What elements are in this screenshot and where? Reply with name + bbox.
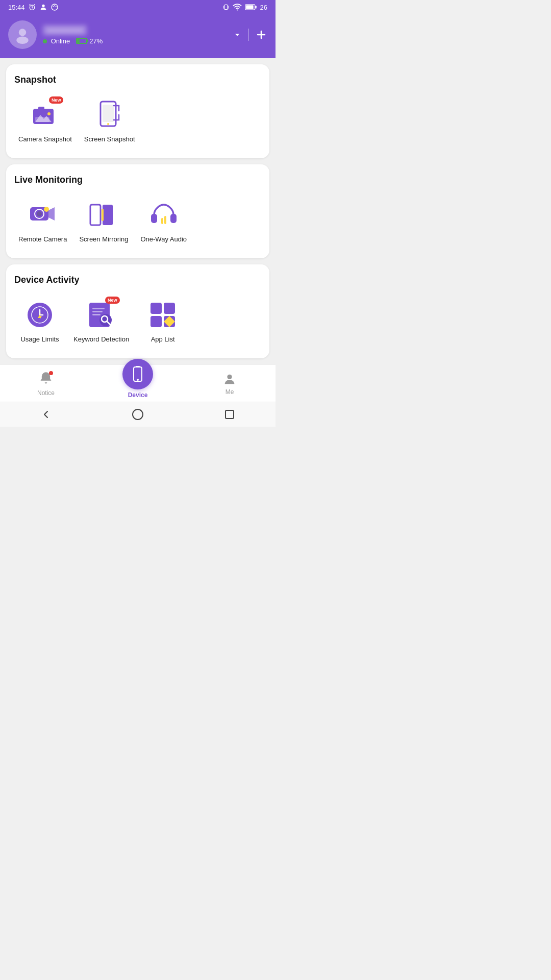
keyword-detection-icon-wrap: New — [86, 300, 117, 330]
screen-snapshot-label: Screen Snapshot — [84, 135, 135, 144]
live-monitoring-grid: Remote Camera Screen Mirroring — [14, 195, 261, 248]
recents-button[interactable] — [223, 408, 236, 421]
remote-camera-icon — [28, 202, 58, 228]
svg-point-1 — [42, 5, 44, 7]
home-icon — [132, 408, 144, 421]
camera-snapshot-icon-wrap: New — [30, 100, 60, 130]
add-device-icon[interactable] — [255, 29, 267, 41]
svg-rect-42 — [164, 303, 175, 314]
nav-notice-label: Notice — [37, 389, 55, 397]
svg-point-23 — [37, 211, 42, 216]
svg-rect-17 — [38, 107, 44, 110]
camera-snapshot-icon — [31, 103, 59, 127]
nav-me[interactable]: Me — [184, 372, 276, 396]
person-nav-icon — [222, 372, 237, 386]
battery-box — [76, 38, 87, 44]
notice-icon-container — [39, 371, 53, 387]
screen-mirroring-label: Screen Mirroring — [79, 235, 128, 244]
live-monitoring-title: Live Monitoring — [14, 175, 261, 185]
wifi-icon — [233, 4, 242, 11]
battery-label: 27% — [89, 37, 103, 45]
live-monitoring-card: Live Monitoring — [6, 164, 269, 258]
svg-point-48 — [227, 374, 232, 379]
svg-marker-25 — [48, 207, 55, 220]
nav-device-circle — [122, 359, 153, 389]
header-status: Online 27% — [43, 37, 226, 45]
back-button[interactable] — [40, 408, 52, 421]
usage-limits-label: Usage Limits — [20, 335, 59, 344]
device-activity-title: Device Activity — [14, 275, 261, 285]
screen-snapshot-item[interactable]: Screen Snapshot — [80, 95, 139, 148]
svg-point-7 — [236, 10, 237, 11]
one-way-audio-item[interactable]: One-Way Audio — [136, 195, 191, 248]
avatar — [8, 20, 37, 49]
snapshot-title: Snapshot — [14, 75, 261, 85]
alarm-icon — [28, 3, 36, 11]
svg-rect-43 — [151, 316, 162, 327]
svg-rect-6 — [224, 5, 228, 9]
nav-device-label: Device — [128, 391, 148, 399]
status-left: 15:44 — [8, 3, 59, 11]
status-right: 26 — [222, 3, 267, 11]
svg-point-20 — [107, 123, 109, 125]
keyword-detection-icon — [87, 301, 116, 329]
svg-rect-47 — [136, 366, 140, 367]
keyword-detection-new-badge: New — [105, 297, 120, 304]
svg-point-12 — [16, 37, 28, 44]
keyword-detection-item[interactable]: New Keyword Detection — [69, 296, 133, 348]
one-way-audio-icon-wrap — [148, 200, 179, 230]
svg-rect-37 — [92, 311, 103, 312]
header-divider — [248, 29, 249, 41]
svg-rect-31 — [161, 218, 163, 224]
svg-rect-38 — [92, 314, 101, 315]
battery-percent: 26 — [260, 4, 267, 11]
app-list-item[interactable]: App List — [137, 296, 188, 348]
svg-point-2 — [52, 4, 58, 10]
one-way-audio-icon — [149, 202, 179, 228]
svg-point-16 — [47, 112, 51, 115]
online-indicator: Online — [43, 37, 70, 45]
notice-notification-dot — [49, 371, 53, 375]
svg-rect-29 — [151, 214, 157, 223]
usage-limits-icon — [26, 301, 54, 329]
camera-snapshot-item[interactable]: New Camera Snapshot — [14, 95, 76, 148]
nav-notice[interactable]: Notice — [0, 371, 92, 397]
svg-rect-9 — [246, 5, 254, 9]
snapshot-grid: New Camera Snapshot — [14, 95, 261, 148]
svg-rect-41 — [151, 303, 162, 314]
battery-fill — [77, 39, 80, 43]
device-activity-grid: Usage Limits New — [14, 296, 261, 348]
vibrate-icon — [222, 3, 230, 11]
palette-icon — [51, 3, 59, 11]
main-content: Snapshot New — [0, 58, 276, 364]
screen-snapshot-icon — [97, 101, 122, 129]
dropdown-icon[interactable] — [232, 30, 242, 40]
remote-camera-item[interactable]: Remote Camera — [14, 195, 71, 248]
usage-limits-item[interactable]: Usage Limits — [14, 296, 65, 348]
svg-point-11 — [19, 29, 26, 36]
camera-snapshot-label: Camera Snapshot — [18, 135, 72, 144]
system-nav — [0, 402, 276, 427]
svg-point-24 — [44, 207, 49, 212]
remote-camera-label: Remote Camera — [18, 235, 67, 244]
battery-indicator: 27% — [76, 37, 103, 45]
nav-me-label: Me — [226, 388, 234, 396]
screen-mirroring-item[interactable]: Screen Mirroring — [75, 195, 132, 248]
home-button[interactable] — [132, 408, 144, 421]
svg-point-3 — [53, 6, 54, 7]
svg-rect-36 — [92, 308, 105, 309]
status-time: 15:44 — [8, 4, 25, 11]
screen-mirroring-icon — [89, 202, 118, 228]
battery-status-icon — [245, 4, 257, 11]
svg-rect-27 — [103, 205, 113, 225]
svg-point-49 — [133, 409, 143, 420]
snapshot-card: Snapshot New — [6, 64, 269, 158]
header-actions — [232, 29, 267, 41]
back-icon — [40, 408, 52, 421]
one-way-audio-label: One-Way Audio — [140, 235, 187, 244]
svg-rect-28 — [102, 209, 104, 221]
svg-point-4 — [54, 5, 55, 6]
nav-device[interactable]: Device — [92, 369, 184, 399]
online-dot — [43, 39, 47, 43]
svg-rect-32 — [164, 216, 166, 224]
